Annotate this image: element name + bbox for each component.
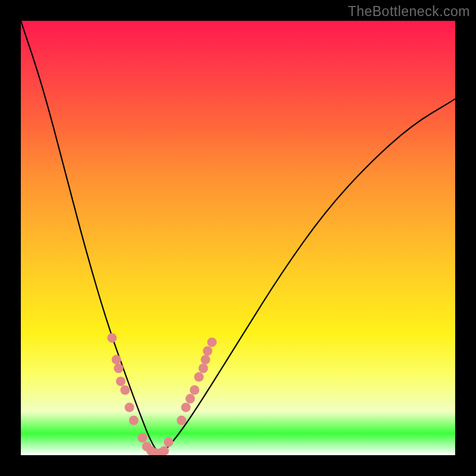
data-dot <box>201 355 210 364</box>
data-dot <box>112 355 121 364</box>
watermark-text: TheBottleneck.com <box>348 4 470 20</box>
data-dot <box>190 386 199 395</box>
curve-svg <box>21 21 455 455</box>
data-dot <box>181 403 190 412</box>
data-dot <box>186 394 195 403</box>
data-dot <box>199 364 208 373</box>
data-dot <box>194 372 203 382</box>
data-dot <box>137 433 147 443</box>
data-dot <box>159 446 169 455</box>
plot-area <box>21 21 455 455</box>
data-dot <box>207 337 217 347</box>
data-dot <box>120 386 130 395</box>
data-dot <box>177 416 186 425</box>
data-dot <box>107 333 117 343</box>
data-dot <box>116 377 126 386</box>
data-dot <box>114 364 123 373</box>
chart-frame: TheBottleneck.com <box>0 0 476 476</box>
dot-group <box>107 333 217 455</box>
data-dot <box>125 403 134 412</box>
data-dot <box>164 437 173 447</box>
bottleneck-curve <box>21 21 455 452</box>
data-dot <box>203 346 212 356</box>
data-dot <box>129 416 139 425</box>
